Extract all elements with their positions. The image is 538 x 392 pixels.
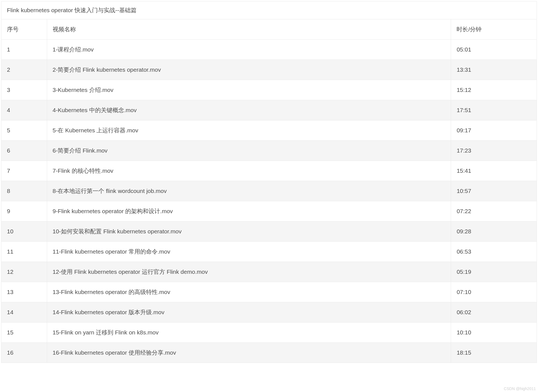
cell-index: 15 [1,323,47,343]
cell-index: 12 [1,262,47,282]
column-header-duration: 时长/分钟 [451,19,537,40]
table-row: 1111-Flink kubernetes operator 常用的命令.mov… [1,242,537,262]
cell-name: 14-Flink kubernetes operator 版本升级.mov [47,302,451,323]
cell-index: 2 [1,60,47,80]
cell-duration: 10:57 [451,181,537,201]
cell-duration: 07:10 [451,282,537,302]
cell-name: 5-在 Kubernetes 上运行容器.mov [47,120,451,141]
table-row: 22-简要介绍 Flink kubernetes operator.mov13:… [1,60,537,80]
cell-index: 8 [1,181,47,201]
cell-duration: 18:15 [451,343,537,363]
table-row: 1010-如何安装和配置 Flink kubernetes operator.m… [1,221,537,242]
table-row: 1616-Flink kubernetes operator 使用经验分享.mo… [1,343,537,363]
cell-index: 16 [1,343,47,363]
cell-name: 10-如何安装和配置 Flink kubernetes operator.mov [47,221,451,242]
cell-index: 10 [1,221,47,242]
cell-index: 6 [1,141,47,161]
cell-name: 11-Flink kubernetes operator 常用的命令.mov [47,242,451,262]
cell-name: 6-简要介绍 Flink.mov [47,141,451,161]
cell-index: 7 [1,161,47,181]
video-table: 序号 视频名称 时长/分钟 11-课程介绍.mov05:0122-简要介绍 Fl… [1,19,537,363]
cell-name: 7-Flink 的核心特性.mov [47,161,451,181]
cell-name: 13-Flink kubernetes operator 的高级特性.mov [47,282,451,302]
cell-duration: 09:17 [451,120,537,141]
cell-name: 9-Flink kubernetes operator 的架构和设计.mov [47,201,451,221]
table-row: 44-Kubernetes 中的关键概念.mov17:51 [1,100,537,120]
cell-index: 5 [1,120,47,141]
cell-index: 1 [1,40,47,60]
cell-duration: 17:51 [451,100,537,120]
cell-duration: 06:53 [451,242,537,262]
cell-duration: 15:41 [451,161,537,181]
table-row: 1313-Flink kubernetes operator 的高级特性.mov… [1,282,537,302]
column-header-name: 视频名称 [47,19,451,40]
cell-name: 12-使用 Flink kubernetes operator 运行官方 Fli… [47,262,451,282]
table-title: Flink kubernetes operator 快速入门与实战--基础篇 [1,1,537,19]
column-header-index: 序号 [1,19,47,40]
cell-index: 11 [1,242,47,262]
cell-index: 13 [1,282,47,302]
table-row: 1515-Flink on yarn 迁移到 Flink on k8s.mov1… [1,323,537,343]
cell-name: 1-课程介绍.mov [47,40,451,60]
cell-duration: 07:22 [451,201,537,221]
cell-duration: 05:19 [451,262,537,282]
cell-duration: 09:28 [451,221,537,242]
cell-name: 16-Flink kubernetes operator 使用经验分享.mov [47,343,451,363]
cell-name: 15-Flink on yarn 迁移到 Flink on k8s.mov [47,323,451,343]
table-row: 1212-使用 Flink kubernetes operator 运行官方 F… [1,262,537,282]
table-row: 33-Kubernetes 介绍.mov15:12 [1,80,537,100]
table-row: 77-Flink 的核心特性.mov15:41 [1,161,537,181]
cell-duration: 05:01 [451,40,537,60]
cell-duration: 17:23 [451,141,537,161]
table-row: 55-在 Kubernetes 上运行容器.mov09:17 [1,120,537,141]
cell-index: 14 [1,302,47,323]
cell-name: 3-Kubernetes 介绍.mov [47,80,451,100]
table-row: 99-Flink kubernetes operator 的架构和设计.mov0… [1,201,537,221]
cell-name: 4-Kubernetes 中的关键概念.mov [47,100,451,120]
cell-name: 2-简要介绍 Flink kubernetes operator.mov [47,60,451,80]
table-row: 1414-Flink kubernetes operator 版本升级.mov0… [1,302,537,323]
cell-duration: 10:10 [451,323,537,343]
table-body: 11-课程介绍.mov05:0122-简要介绍 Flink kubernetes… [1,40,537,363]
table-row: 11-课程介绍.mov05:01 [1,40,537,60]
table-header-row: 序号 视频名称 时长/分钟 [1,19,537,40]
table-row: 88-在本地运行第一个 flink wordcount job.mov10:57 [1,181,537,201]
cell-index: 9 [1,201,47,221]
cell-duration: 06:02 [451,302,537,323]
cell-duration: 13:31 [451,60,537,80]
cell-index: 3 [1,80,47,100]
course-table-container: Flink kubernetes operator 快速入门与实战--基础篇 序… [1,1,537,363]
cell-duration: 15:12 [451,80,537,100]
cell-name: 8-在本地运行第一个 flink wordcount job.mov [47,181,451,201]
cell-index: 4 [1,100,47,120]
table-row: 66-简要介绍 Flink.mov17:23 [1,141,537,161]
